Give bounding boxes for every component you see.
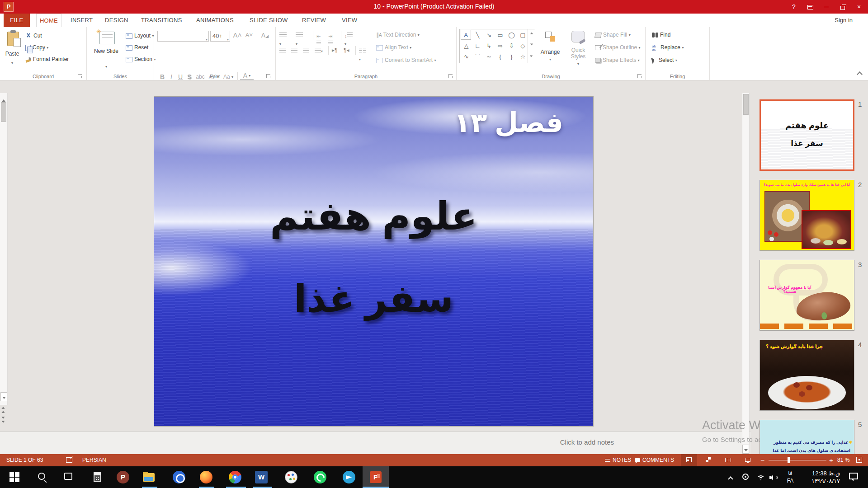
- shape-effects-button[interactable]: Shape Effects ▾: [595, 55, 640, 65]
- sign-in-link[interactable]: Sign in: [835, 14, 853, 27]
- shape-oval[interactable]: ◯: [506, 30, 517, 41]
- panel-scrollbar[interactable]: [742, 93, 750, 454]
- paragraph-dialog-launcher[interactable]: [448, 74, 453, 78]
- quick-styles-button[interactable]: Quick Styles ▾: [564, 28, 592, 70]
- spell-check-button[interactable]: [66, 454, 72, 466]
- align-left-button[interactable]: [279, 47, 288, 54]
- tab-slideshow[interactable]: SLIDE SHOW: [248, 14, 290, 27]
- new-slide-button[interactable]: New Slide ▾: [89, 28, 124, 70]
- previous-slide-button[interactable]: [1, 405, 5, 413]
- help-button[interactable]: ?: [787, 0, 801, 14]
- font-name-combo[interactable]: ▾: [157, 31, 209, 42]
- volume-tray-button[interactable]: [769, 474, 782, 487]
- calculator-app-button[interactable]: [91, 471, 104, 483]
- rtl-direction-button[interactable]: ¶◂: [344, 47, 352, 54]
- shape-freeform[interactable]: ◇: [517, 41, 528, 52]
- psiphon-app-button[interactable]: P: [117, 471, 129, 483]
- zoom-slider-track[interactable]: [769, 460, 826, 460]
- shape-outline-button[interactable]: Shape Outline ▾: [595, 42, 640, 52]
- zoom-percentage[interactable]: 81 %: [837, 454, 849, 466]
- vertical-scrollbar[interactable]: [0, 93, 8, 405]
- font-dialog-launcher[interactable]: [266, 74, 270, 78]
- tray-expand-button[interactable]: [729, 474, 741, 487]
- shape-scribble[interactable]: ∿: [461, 52, 472, 62]
- shapes-gallery[interactable]: A ╲ ↘ ▭ ◯ ▢ △ ∟ ↳ ⇨ ⇩ ◇ ∿ ⌒ ∼ { } ☆: [459, 29, 535, 63]
- clock-tray[interactable]: ق.ظ 12:38 ۱۳۹۹/۰۸/۱۷: [799, 469, 840, 482]
- normal-view-button[interactable]: [681, 454, 697, 466]
- powerpoint-taskbar-button[interactable]: P: [363, 466, 389, 488]
- tab-insert[interactable]: INSERT: [69, 14, 94, 27]
- tab-review[interactable]: REVIEW: [300, 14, 328, 27]
- shape-star[interactable]: ☆: [517, 52, 528, 62]
- wifi-tray-button[interactable]: [757, 474, 769, 487]
- whatsapp-app-button[interactable]: [314, 471, 326, 483]
- new-slide-dropdown-arrow[interactable]: ▾: [89, 62, 124, 70]
- clipboard-dialog-launcher[interactable]: [78, 74, 82, 78]
- language-tray-button[interactable]: فا FA: [785, 469, 796, 482]
- chrome-app-button[interactable]: [229, 471, 241, 483]
- replace-button[interactable]: abacReplace ▾: [652, 42, 684, 52]
- slide-sorter-view-button[interactable]: [700, 454, 716, 466]
- thumbnail-slide-4[interactable]: چرا غذا باید گوارش شود ؟: [760, 340, 854, 411]
- fit-to-window-button[interactable]: [856, 454, 862, 466]
- tab-home[interactable]: HOME: [36, 14, 61, 27]
- bullets-button[interactable]: ▾: [279, 32, 288, 39]
- tab-file[interactable]: FILE: [4, 14, 30, 27]
- shape-rectangle[interactable]: ▭: [495, 30, 506, 41]
- close-button[interactable]: ×: [852, 0, 866, 14]
- shape-line[interactable]: ╲: [472, 30, 483, 41]
- thumbnail-slide-3[interactable]: آیا با مفهوم گوارش آشنا هستید؟: [760, 260, 854, 331]
- find-button[interactable]: Find: [652, 30, 670, 40]
- zoom-slider-handle[interactable]: [788, 457, 790, 463]
- reset-button[interactable]: Reset: [126, 42, 148, 52]
- thumbnail-slide-2[interactable]: آیا این غذا ها به همین شکل وارد سلول بدن…: [760, 180, 854, 251]
- zoom-in-button[interactable]: +: [829, 454, 833, 466]
- paste-button[interactable]: Paste ▾: [1, 29, 24, 70]
- clear-formatting-button[interactable]: A◢: [259, 30, 271, 41]
- line-spacing-button[interactable]: ↕▾: [344, 32, 353, 39]
- reading-view-button[interactable]: [720, 454, 736, 466]
- language-indicator[interactable]: PERSIAN: [82, 454, 106, 466]
- arrange-button[interactable]: Arrange ▾: [537, 28, 563, 70]
- tab-view[interactable]: VIEW: [340, 14, 359, 27]
- shape-elbow-arrow[interactable]: ↳: [483, 41, 495, 52]
- increase-indent-button[interactable]: ⇥: [328, 32, 336, 39]
- shape-curve[interactable]: ∼: [483, 52, 495, 62]
- drawing-dialog-launcher[interactable]: [637, 74, 642, 78]
- task-view-button[interactable]: [62, 471, 75, 483]
- paste-dropdown-arrow[interactable]: ▾: [1, 59, 24, 67]
- notes-pane[interactable]: Click to add notes: [0, 432, 750, 454]
- vpn-tray-button[interactable]: [742, 474, 755, 486]
- shape-left-brace[interactable]: {: [495, 52, 506, 62]
- paint-app-button[interactable]: [285, 471, 297, 483]
- shape-fill-button[interactable]: Shape Fill ▾: [595, 30, 631, 40]
- convert-smartart-button[interactable]: Convert to SmartArt ▾: [376, 55, 436, 65]
- copy-dropdown-arrow[interactable]: ▾: [47, 46, 48, 50]
- text-direction-button[interactable]: ∥A Text Direction ▾: [376, 30, 420, 40]
- justify-button[interactable]: ▾: [315, 47, 323, 54]
- tab-animations[interactable]: ANIMATIONS: [194, 14, 236, 27]
- slideshow-view-button[interactable]: [740, 454, 756, 466]
- minimize-button[interactable]: ─: [819, 0, 834, 14]
- layout-button[interactable]: Layout ▾: [126, 31, 154, 41]
- ribbon-display-options-button[interactable]: [803, 0, 817, 14]
- slide-counter[interactable]: SLIDE 1 OF 63: [6, 454, 43, 466]
- decrease-indent-button[interactable]: ⇤: [316, 32, 325, 39]
- slide-canvas[interactable]: فصل ۱۳ علوم هفتم سفر غذا: [154, 97, 593, 426]
- scrollbar-thumb[interactable]: [1, 102, 6, 122]
- collapse-ribbon-button[interactable]: [857, 71, 863, 77]
- section-button[interactable]: Section ▾: [126, 54, 156, 64]
- panel-scrollbar-thumb[interactable]: [743, 94, 749, 115]
- numbering-button[interactable]: ▾: [296, 32, 304, 39]
- shrink-font-button[interactable]: A˅: [244, 30, 255, 41]
- shape-arrow[interactable]: ↘: [483, 30, 495, 41]
- action-center-button[interactable]: [849, 473, 862, 485]
- format-painter-button[interactable]: Format Painter: [25, 54, 69, 64]
- shape-down-arrow[interactable]: ⇩: [506, 41, 517, 52]
- align-center-button[interactable]: [291, 47, 299, 54]
- start-button[interactable]: [8, 471, 21, 483]
- telegram-app-button[interactable]: [343, 471, 355, 483]
- shapes-gallery-scrollbar[interactable]: [528, 29, 535, 63]
- notes-toggle[interactable]: NOTES: [605, 454, 631, 466]
- shape-rounded-rectangle[interactable]: ▢: [517, 30, 528, 41]
